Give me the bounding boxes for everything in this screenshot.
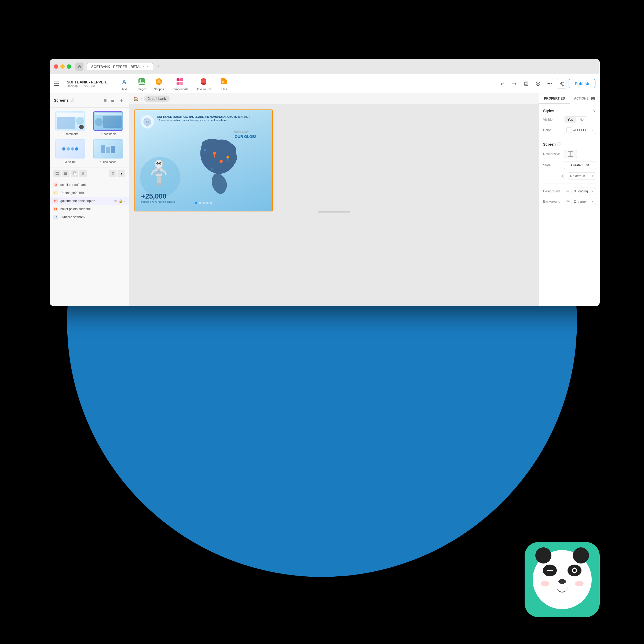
svg-rect-35 xyxy=(56,208,57,209)
screen-help[interactable]: ⓘ xyxy=(557,142,561,147)
foreground-eye-icon[interactable]: 👁 xyxy=(566,189,570,193)
svg-rect-25 xyxy=(57,174,59,175)
color-row: Color #FFFFFF × xyxy=(543,126,596,134)
publish-button[interactable]: Publish xyxy=(569,79,595,88)
state-default-select[interactable]: No default ▾ xyxy=(568,172,596,180)
background-eye-icon[interactable]: 👁 xyxy=(566,199,570,204)
styles-toggle[interactable]: ∨ xyxy=(593,108,596,113)
layer-name-synchro: Synchro softbank xyxy=(60,215,125,219)
foreground-select[interactable]: 3. loading ▾ xyxy=(572,188,596,195)
foreground-row: Foreground 👁 3. loading ▾ xyxy=(543,188,596,195)
layer-item-bullets[interactable]: bullet points softbank xyxy=(50,205,129,213)
more-layers-btn[interactable]: ▾ xyxy=(118,170,125,177)
svg-point-36 xyxy=(54,209,55,210)
layer-icon-synchro xyxy=(53,215,58,219)
layer-control-3[interactable] xyxy=(71,170,78,177)
text-tool-label: Text xyxy=(122,87,127,91)
robot-area: pepper xyxy=(140,146,186,197)
save-button[interactable] xyxy=(521,79,531,89)
visible-no[interactable]: No xyxy=(576,117,587,123)
background-value: 2. trame xyxy=(574,200,591,203)
panda-ear-right xyxy=(573,547,589,563)
create-edit-button[interactable]: Create / Edit xyxy=(564,162,596,169)
svg-point-51 xyxy=(158,183,162,185)
svg-rect-26 xyxy=(64,172,67,173)
screen-section-header: Screen ⓘ xyxy=(543,142,596,147)
breadcrumb-current[interactable]: 2. soft bank xyxy=(144,96,170,102)
dot-4[interactable] xyxy=(206,202,208,204)
layer-item-rect[interactable]: Rectangle23169 xyxy=(50,189,129,197)
svg-point-55 xyxy=(226,156,229,159)
svg-text:pepper: pepper xyxy=(157,172,161,174)
svg-rect-49 xyxy=(159,176,161,184)
canvas-scrollbar[interactable] xyxy=(318,211,350,213)
layer-item-synchro[interactable]: Synchro softbank xyxy=(50,213,129,221)
dot-5[interactable] xyxy=(210,202,212,204)
dot-2[interactable] xyxy=(199,202,201,204)
list-view-btn[interactable]: ☰ xyxy=(109,97,116,104)
layer-item-scrollbar[interactable]: scroll bar softbank 👁 🔒 xyxy=(50,181,129,189)
dot-3[interactable] xyxy=(203,202,205,204)
panda-face xyxy=(533,550,592,609)
layer-control-2[interactable] xyxy=(62,170,69,177)
home-button[interactable] xyxy=(75,63,83,71)
shapes-tool[interactable]: Shapes xyxy=(151,75,167,92)
screen-thumb-sommaire[interactable]: 5 1. sommaire xyxy=(53,111,87,136)
datasource-tool[interactable]: Data source xyxy=(193,75,214,92)
svg-rect-14 xyxy=(225,81,227,84)
visible-yes[interactable]: Yes xyxy=(564,117,576,123)
screen-thumb-usecases[interactable]: 4. use cases xyxy=(91,139,125,163)
canvas-area: 🏠 › 2. soft bank SB xyxy=(129,93,539,306)
svg-point-52 xyxy=(157,169,160,172)
tab-properties[interactable]: PROPERTIES xyxy=(539,93,570,104)
new-tab-button[interactable]: + xyxy=(155,63,162,70)
foreground-value: 3. loading xyxy=(574,189,591,193)
svg-point-12 xyxy=(201,80,206,83)
panda-eye-right xyxy=(572,568,577,573)
color-swatch[interactable]: #FFFFFF × xyxy=(564,126,596,134)
svg-rect-23 xyxy=(57,172,59,173)
screen-thumb-value[interactable]: 3. value xyxy=(53,139,87,163)
layers-list: scroll bar softbank 👁 🔒 Rectangle23169 xyxy=(50,179,129,306)
components-tool[interactable]: Components xyxy=(169,75,191,92)
undo-button[interactable]: ↩ xyxy=(498,79,507,89)
tab-close-btn[interactable]: × xyxy=(147,65,149,68)
screen-thumb-softbank[interactable]: 2. soft bank xyxy=(91,111,125,136)
text-tool[interactable]: A Text xyxy=(117,75,132,92)
datasource-icon xyxy=(199,77,208,86)
background-label: Background xyxy=(543,200,565,203)
add-screen-button[interactable]: + xyxy=(118,97,125,104)
screen-name-sommaire: 1. sommaire xyxy=(62,132,79,136)
maximize-button[interactable] xyxy=(67,64,71,69)
color-preview xyxy=(566,127,572,133)
images-tool[interactable]: Images xyxy=(134,75,149,92)
canvas-scroll[interactable]: SB SOFTBANK ROBOTICS, THE LEADER IN HUMA… xyxy=(129,104,539,305)
slide-header: SB SOFTBANK ROBOTICS, THE LEADER IN HUMA… xyxy=(141,115,250,129)
redo-button[interactable]: ↪ xyxy=(510,79,519,89)
grid-view-btn[interactable]: ⊞ xyxy=(102,97,108,104)
share-button[interactable] xyxy=(557,79,566,89)
tab-actions[interactable]: ACTIONS 1 xyxy=(570,93,600,104)
breadcrumb-home[interactable]: 🏠 xyxy=(133,96,139,101)
layer-item-gallerie[interactable]: gallerie soft bank copie2 👁 🔒 › xyxy=(50,197,129,205)
text-icon: A xyxy=(120,77,129,86)
play-button[interactable] xyxy=(533,79,543,89)
more-button[interactable]: ••• xyxy=(545,79,555,89)
hamburger-menu[interactable] xyxy=(54,79,63,88)
stats-label: Pepper & NAO robots deployed xyxy=(141,200,175,203)
close-button[interactable] xyxy=(54,64,58,69)
left-sidebar: Screens ⓘ ⊞ ☰ + xyxy=(50,93,129,306)
layer-control-1[interactable] xyxy=(53,170,61,177)
screen-preview-sommaire: 5 xyxy=(55,111,85,131)
color-clear[interactable]: × xyxy=(591,128,594,132)
minimize-button[interactable] xyxy=(60,64,65,69)
screens-title: Screens xyxy=(54,98,68,103)
responsive-button[interactable] xyxy=(564,150,577,158)
background-select[interactable]: 2. trame ▾ xyxy=(572,198,596,205)
dot-1[interactable] xyxy=(195,202,197,204)
delete-layer-btn[interactable] xyxy=(109,170,116,177)
screen-canvas[interactable]: SB SOFTBANK ROBOTICS, THE LEADER IN HUMA… xyxy=(134,109,273,211)
main-tab[interactable]: SOFTBANK - PEPPER - RETAIL * × xyxy=(87,63,153,70)
files-tool[interactable]: Files xyxy=(217,75,232,92)
layer-control-4[interactable] xyxy=(79,170,87,177)
